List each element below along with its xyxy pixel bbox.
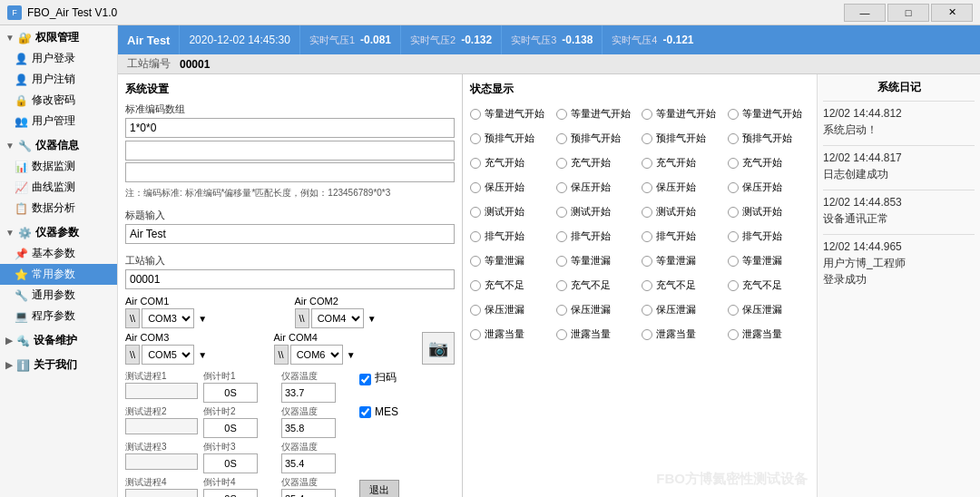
radio-inflate-2[interactable] xyxy=(556,158,567,169)
log-time-1: 12/02 14:44.812 xyxy=(823,105,975,122)
test-prog1-input[interactable] xyxy=(125,383,198,399)
temp3-input[interactable] xyxy=(281,453,336,473)
radio-hold-2[interactable] xyxy=(556,182,567,193)
sidebar-group-about[interactable]: ▶ ℹ️ 关于我们 xyxy=(0,355,117,375)
tree-expand-icon5: ▶ xyxy=(5,360,13,370)
radio-hold-1[interactable] xyxy=(470,182,481,193)
timer2-input[interactable] xyxy=(203,418,258,438)
camera-button[interactable]: 📷 xyxy=(422,332,455,365)
radio-holdleak-4[interactable] xyxy=(728,305,739,316)
sensor4-value: -0.121 xyxy=(662,34,693,46)
group-about-label: 关于我们 xyxy=(34,357,77,373)
std-code-input3[interactable] xyxy=(125,162,455,182)
radio-test-3[interactable] xyxy=(642,207,652,218)
sidebar-item-data-analysis[interactable]: 📋 数据分析 xyxy=(0,198,117,219)
sidebar-group-maintenance[interactable]: ▶ 🔩 设备维护 xyxy=(0,330,117,351)
std-code-input[interactable] xyxy=(125,118,455,138)
sidebar-item-curve-monitor[interactable]: 📈 曲线监测 xyxy=(0,177,117,198)
radio-holdleak-3[interactable] xyxy=(642,305,652,316)
exit-button[interactable]: 退出 xyxy=(359,480,399,497)
radio-equi-1[interactable] xyxy=(470,109,481,120)
status-row-insufflate: 充气不足 充气不足 充气不足 充气不足 xyxy=(470,276,809,295)
log-text-1: 系统启动！ xyxy=(823,122,975,138)
timer1-input[interactable] xyxy=(203,383,258,403)
test-prog3-input[interactable] xyxy=(125,453,198,470)
radio-exhaust-2[interactable] xyxy=(556,231,567,242)
com2-prefix: \\ xyxy=(295,308,309,328)
temp2-input[interactable] xyxy=(281,418,336,438)
sidebar-item-common-params[interactable]: ⭐ 常用参数 xyxy=(0,264,117,285)
station-title-input[interactable] xyxy=(125,224,455,244)
radio-inflate-3[interactable] xyxy=(642,158,652,169)
sidebar-group-params[interactable]: ▼ ⚙️ 仪器参数 xyxy=(0,222,117,243)
sidebar-item-user-login[interactable]: 👤 用户登录 xyxy=(0,48,117,69)
radio-inflate-1[interactable] xyxy=(470,158,481,169)
test-prog4-input[interactable] xyxy=(125,489,198,497)
radio-pre-4[interactable] xyxy=(728,133,739,144)
maximize-button[interactable]: □ xyxy=(887,4,929,22)
temp1-input[interactable] xyxy=(281,383,336,403)
radio-insufflate-3[interactable] xyxy=(642,280,652,291)
temp4-input[interactable] xyxy=(281,489,336,497)
maintenance-icon: 🔩 xyxy=(16,335,30,347)
radio-insufflate-2[interactable] xyxy=(556,280,567,291)
radio-exhaust-1[interactable] xyxy=(470,231,481,242)
com2-select[interactable]: COM4COM3COM5 xyxy=(311,308,364,328)
sidebar-item-change-pwd[interactable]: 🔒 修改密码 xyxy=(0,90,117,111)
close-button[interactable]: ✕ xyxy=(931,4,973,22)
radio-holdleak-2[interactable] xyxy=(556,305,567,316)
radio-hold-4[interactable] xyxy=(728,182,739,193)
radio-pre-1[interactable] xyxy=(470,133,481,144)
radio-test-4[interactable] xyxy=(728,207,739,218)
test-prog2-input[interactable] xyxy=(125,418,198,434)
radio-exhaust-3[interactable] xyxy=(642,231,652,242)
radio-equileak-2[interactable] xyxy=(556,256,567,267)
radio-insufflate-4[interactable] xyxy=(728,280,739,291)
std-code-input2[interactable] xyxy=(125,141,455,161)
sidebar-item-user-mgmt[interactable]: 👥 用户管理 xyxy=(0,111,117,132)
radio-pre-3[interactable] xyxy=(642,133,652,144)
radio-inflate-4[interactable] xyxy=(728,158,739,169)
sidebar-group-instrument[interactable]: ▼ 🔧 仪器信息 xyxy=(0,135,117,156)
radio-equi-3[interactable] xyxy=(642,109,652,120)
status-section-title: 状态显示 xyxy=(470,82,809,97)
radio-equileak-1[interactable] xyxy=(470,256,481,267)
radio-equiv-3[interactable] xyxy=(642,329,652,340)
radio-test-1[interactable] xyxy=(470,207,481,218)
mes-checkbox[interactable] xyxy=(359,406,371,418)
sidebar-item-program-params[interactable]: 💻 程序参数 xyxy=(0,306,117,326)
com1-select[interactable]: COM3COM4COM5 xyxy=(142,308,194,328)
user-mgmt-icon: 👥 xyxy=(15,115,28,128)
sidebar-item-basic-params[interactable]: 📌 基本参数 xyxy=(0,243,117,264)
sidebar-group-auth[interactable]: ▼ 🔐 权限管理 xyxy=(0,27,117,48)
timer3-input[interactable] xyxy=(203,453,258,473)
scan-checkbox[interactable] xyxy=(359,374,371,385)
radio-hold-3[interactable] xyxy=(642,182,652,193)
hold-leak-4: 保压泄漏 xyxy=(728,300,810,319)
note-text: 注：编码标准: 标准编码*偏移量*匹配长度，例如：123456789*0*3 xyxy=(125,187,455,200)
radio-exhaust-4[interactable] xyxy=(728,231,739,242)
radio-holdleak-1[interactable] xyxy=(470,305,481,316)
minimize-button[interactable]: — xyxy=(844,4,886,22)
timer4-input[interactable] xyxy=(203,489,258,497)
sidebar-item-data-monitor[interactable]: 📊 数据监测 xyxy=(0,156,117,177)
log-divider xyxy=(823,101,975,102)
radio-equiv-1[interactable] xyxy=(470,329,481,340)
radio-equiv-2[interactable] xyxy=(556,329,567,340)
radio-equileak-4[interactable] xyxy=(728,256,739,267)
radio-equi-2[interactable] xyxy=(556,109,567,120)
radio-equileak-3[interactable] xyxy=(642,256,652,267)
radio-equi-4[interactable] xyxy=(728,109,739,120)
com3-select[interactable]: COM5COM3COM6 xyxy=(142,345,194,365)
com4-select[interactable]: COM6COM5COM7 xyxy=(290,345,343,365)
radio-equiv-4[interactable] xyxy=(728,329,739,340)
sidebar-item-general-params[interactable]: 🔧 通用参数 xyxy=(0,285,117,306)
radio-insufflate-1[interactable] xyxy=(470,280,481,291)
sidebar-item-user-logout[interactable]: 👤 用户注销 xyxy=(0,69,117,90)
test-start-4: 测试开始 xyxy=(728,202,810,221)
radio-pre-2[interactable] xyxy=(556,133,567,144)
timer-row1: 倒计时1 xyxy=(203,370,276,403)
sensor3-section: 实时气压3 -0.138 xyxy=(502,25,603,54)
radio-test-2[interactable] xyxy=(556,207,567,218)
station-id-input[interactable] xyxy=(125,269,455,289)
